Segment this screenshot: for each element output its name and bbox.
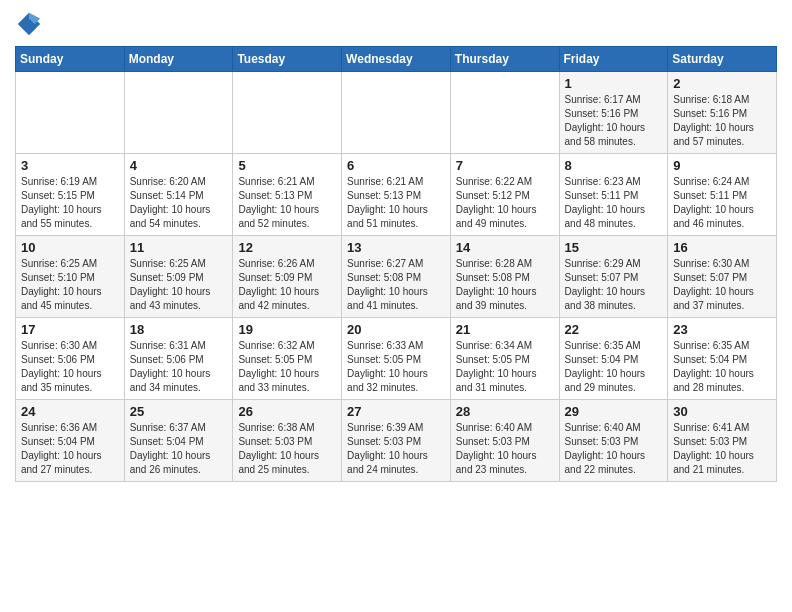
- day-info: Sunrise: 6:23 AM Sunset: 5:11 PM Dayligh…: [565, 175, 663, 231]
- calendar-week-row: 24Sunrise: 6:36 AM Sunset: 5:04 PM Dayli…: [16, 400, 777, 482]
- day-of-week-header: Thursday: [450, 47, 559, 72]
- day-info: Sunrise: 6:21 AM Sunset: 5:13 PM Dayligh…: [347, 175, 445, 231]
- day-info: Sunrise: 6:33 AM Sunset: 5:05 PM Dayligh…: [347, 339, 445, 395]
- day-number: 3: [21, 158, 119, 173]
- day-number: 4: [130, 158, 228, 173]
- day-info: Sunrise: 6:22 AM Sunset: 5:12 PM Dayligh…: [456, 175, 554, 231]
- calendar-cell: 17Sunrise: 6:30 AM Sunset: 5:06 PM Dayli…: [16, 318, 125, 400]
- day-info: Sunrise: 6:30 AM Sunset: 5:06 PM Dayligh…: [21, 339, 119, 395]
- day-info: Sunrise: 6:38 AM Sunset: 5:03 PM Dayligh…: [238, 421, 336, 477]
- calendar-table: SundayMondayTuesdayWednesdayThursdayFrid…: [15, 46, 777, 482]
- day-info: Sunrise: 6:25 AM Sunset: 5:09 PM Dayligh…: [130, 257, 228, 313]
- header: [15, 10, 777, 38]
- calendar-cell: 8Sunrise: 6:23 AM Sunset: 5:11 PM Daylig…: [559, 154, 668, 236]
- day-number: 13: [347, 240, 445, 255]
- day-number: 29: [565, 404, 663, 419]
- day-number: 26: [238, 404, 336, 419]
- day-info: Sunrise: 6:25 AM Sunset: 5:10 PM Dayligh…: [21, 257, 119, 313]
- calendar-cell: 25Sunrise: 6:37 AM Sunset: 5:04 PM Dayli…: [124, 400, 233, 482]
- logo: [15, 10, 47, 38]
- calendar-cell: 10Sunrise: 6:25 AM Sunset: 5:10 PM Dayli…: [16, 236, 125, 318]
- calendar-cell: 22Sunrise: 6:35 AM Sunset: 5:04 PM Dayli…: [559, 318, 668, 400]
- calendar-week-row: 10Sunrise: 6:25 AM Sunset: 5:10 PM Dayli…: [16, 236, 777, 318]
- day-number: 2: [673, 76, 771, 91]
- calendar-cell: 9Sunrise: 6:24 AM Sunset: 5:11 PM Daylig…: [668, 154, 777, 236]
- calendar-cell: 14Sunrise: 6:28 AM Sunset: 5:08 PM Dayli…: [450, 236, 559, 318]
- calendar-cell: 19Sunrise: 6:32 AM Sunset: 5:05 PM Dayli…: [233, 318, 342, 400]
- day-number: 28: [456, 404, 554, 419]
- day-info: Sunrise: 6:31 AM Sunset: 5:06 PM Dayligh…: [130, 339, 228, 395]
- day-info: Sunrise: 6:37 AM Sunset: 5:04 PM Dayligh…: [130, 421, 228, 477]
- calendar-cell: 7Sunrise: 6:22 AM Sunset: 5:12 PM Daylig…: [450, 154, 559, 236]
- day-number: 20: [347, 322, 445, 337]
- day-of-week-header: Sunday: [16, 47, 125, 72]
- page-container: SundayMondayTuesdayWednesdayThursdayFrid…: [0, 0, 792, 492]
- calendar-cell: 5Sunrise: 6:21 AM Sunset: 5:13 PM Daylig…: [233, 154, 342, 236]
- day-info: Sunrise: 6:40 AM Sunset: 5:03 PM Dayligh…: [456, 421, 554, 477]
- day-info: Sunrise: 6:41 AM Sunset: 5:03 PM Dayligh…: [673, 421, 771, 477]
- day-number: 6: [347, 158, 445, 173]
- day-info: Sunrise: 6:20 AM Sunset: 5:14 PM Dayligh…: [130, 175, 228, 231]
- calendar-cell: [16, 72, 125, 154]
- calendar-cell: 4Sunrise: 6:20 AM Sunset: 5:14 PM Daylig…: [124, 154, 233, 236]
- calendar-cell: 12Sunrise: 6:26 AM Sunset: 5:09 PM Dayli…: [233, 236, 342, 318]
- day-info: Sunrise: 6:36 AM Sunset: 5:04 PM Dayligh…: [21, 421, 119, 477]
- day-number: 1: [565, 76, 663, 91]
- day-number: 18: [130, 322, 228, 337]
- day-info: Sunrise: 6:34 AM Sunset: 5:05 PM Dayligh…: [456, 339, 554, 395]
- day-info: Sunrise: 6:32 AM Sunset: 5:05 PM Dayligh…: [238, 339, 336, 395]
- calendar-header-row: SundayMondayTuesdayWednesdayThursdayFrid…: [16, 47, 777, 72]
- calendar-cell: 13Sunrise: 6:27 AM Sunset: 5:08 PM Dayli…: [342, 236, 451, 318]
- day-info: Sunrise: 6:35 AM Sunset: 5:04 PM Dayligh…: [565, 339, 663, 395]
- day-number: 27: [347, 404, 445, 419]
- calendar-cell: 28Sunrise: 6:40 AM Sunset: 5:03 PM Dayli…: [450, 400, 559, 482]
- day-of-week-header: Wednesday: [342, 47, 451, 72]
- day-info: Sunrise: 6:35 AM Sunset: 5:04 PM Dayligh…: [673, 339, 771, 395]
- day-number: 9: [673, 158, 771, 173]
- calendar-cell: [124, 72, 233, 154]
- calendar-cell: 16Sunrise: 6:30 AM Sunset: 5:07 PM Dayli…: [668, 236, 777, 318]
- day-number: 5: [238, 158, 336, 173]
- day-number: 10: [21, 240, 119, 255]
- day-info: Sunrise: 6:28 AM Sunset: 5:08 PM Dayligh…: [456, 257, 554, 313]
- day-info: Sunrise: 6:24 AM Sunset: 5:11 PM Dayligh…: [673, 175, 771, 231]
- logo-icon: [15, 10, 43, 38]
- day-number: 14: [456, 240, 554, 255]
- calendar-week-row: 3Sunrise: 6:19 AM Sunset: 5:15 PM Daylig…: [16, 154, 777, 236]
- day-info: Sunrise: 6:40 AM Sunset: 5:03 PM Dayligh…: [565, 421, 663, 477]
- calendar-cell: [450, 72, 559, 154]
- day-number: 8: [565, 158, 663, 173]
- day-info: Sunrise: 6:29 AM Sunset: 5:07 PM Dayligh…: [565, 257, 663, 313]
- calendar-cell: [342, 72, 451, 154]
- day-number: 12: [238, 240, 336, 255]
- day-info: Sunrise: 6:21 AM Sunset: 5:13 PM Dayligh…: [238, 175, 336, 231]
- calendar-cell: 21Sunrise: 6:34 AM Sunset: 5:05 PM Dayli…: [450, 318, 559, 400]
- calendar-cell: 11Sunrise: 6:25 AM Sunset: 5:09 PM Dayli…: [124, 236, 233, 318]
- day-number: 11: [130, 240, 228, 255]
- day-info: Sunrise: 6:27 AM Sunset: 5:08 PM Dayligh…: [347, 257, 445, 313]
- day-of-week-header: Monday: [124, 47, 233, 72]
- day-number: 22: [565, 322, 663, 337]
- calendar-cell: 2Sunrise: 6:18 AM Sunset: 5:16 PM Daylig…: [668, 72, 777, 154]
- calendar-cell: 29Sunrise: 6:40 AM Sunset: 5:03 PM Dayli…: [559, 400, 668, 482]
- day-number: 17: [21, 322, 119, 337]
- day-number: 15: [565, 240, 663, 255]
- calendar-cell: [233, 72, 342, 154]
- day-info: Sunrise: 6:19 AM Sunset: 5:15 PM Dayligh…: [21, 175, 119, 231]
- calendar-cell: 30Sunrise: 6:41 AM Sunset: 5:03 PM Dayli…: [668, 400, 777, 482]
- day-number: 23: [673, 322, 771, 337]
- day-number: 19: [238, 322, 336, 337]
- calendar-cell: 23Sunrise: 6:35 AM Sunset: 5:04 PM Dayli…: [668, 318, 777, 400]
- calendar-cell: 27Sunrise: 6:39 AM Sunset: 5:03 PM Dayli…: [342, 400, 451, 482]
- calendar-cell: 3Sunrise: 6:19 AM Sunset: 5:15 PM Daylig…: [16, 154, 125, 236]
- calendar-cell: 6Sunrise: 6:21 AM Sunset: 5:13 PM Daylig…: [342, 154, 451, 236]
- day-info: Sunrise: 6:39 AM Sunset: 5:03 PM Dayligh…: [347, 421, 445, 477]
- day-info: Sunrise: 6:30 AM Sunset: 5:07 PM Dayligh…: [673, 257, 771, 313]
- calendar-cell: 1Sunrise: 6:17 AM Sunset: 5:16 PM Daylig…: [559, 72, 668, 154]
- day-number: 21: [456, 322, 554, 337]
- calendar-cell: 15Sunrise: 6:29 AM Sunset: 5:07 PM Dayli…: [559, 236, 668, 318]
- day-number: 25: [130, 404, 228, 419]
- day-of-week-header: Friday: [559, 47, 668, 72]
- calendar-week-row: 1Sunrise: 6:17 AM Sunset: 5:16 PM Daylig…: [16, 72, 777, 154]
- day-info: Sunrise: 6:26 AM Sunset: 5:09 PM Dayligh…: [238, 257, 336, 313]
